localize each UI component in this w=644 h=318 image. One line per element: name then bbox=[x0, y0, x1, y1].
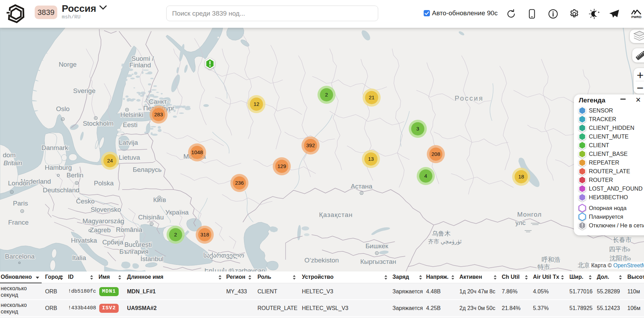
svg-text:Астана: Астана bbox=[351, 183, 373, 190]
svg-text:Berlin: Berlin bbox=[67, 171, 84, 179]
svg-text:Санкт-: Санкт- bbox=[149, 98, 169, 105]
svg-text:Hamburg: Hamburg bbox=[45, 164, 72, 171]
svg-text:Монгол: Монгол bbox=[517, 211, 542, 218]
svg-text:France: France bbox=[8, 219, 28, 226]
svg-text:Қазақстан: Қазақстан bbox=[319, 211, 353, 218]
svg-text:România: România bbox=[116, 226, 142, 233]
svg-text:Suomi /: Suomi / bbox=[132, 55, 154, 62]
svg-text:Россия: Россия bbox=[455, 94, 484, 102]
svg-text:Danmark: Danmark bbox=[41, 144, 68, 151]
svg-text:Azərbaycan: Azərbaycan bbox=[230, 267, 265, 271]
svg-text:四平市: 四平市 bbox=[609, 246, 628, 253]
svg-text:沈阳市: 沈阳市 bbox=[610, 255, 628, 262]
svg-text:齐市 ئۈرۈمچي: 齐市 ئۈرۈمچي bbox=[428, 238, 462, 245]
svg-text:Sverige: Sverige bbox=[73, 87, 95, 94]
svg-text:Finland: Finland bbox=[129, 61, 151, 69]
svg-text:București: București bbox=[124, 241, 152, 248]
svg-text:Norge: Norge bbox=[59, 61, 77, 68]
svg-text:Бишкек: Бишкек bbox=[365, 242, 388, 250]
svg-text:特市: 特市 bbox=[537, 263, 550, 270]
svg-text:Lietuva: Lietuva bbox=[119, 154, 140, 161]
svg-text:Երևան ®: Երևան ® bbox=[204, 268, 233, 271]
svg-text:Italia: Italia bbox=[72, 254, 86, 261]
svg-text:Україна: Україна bbox=[165, 209, 188, 216]
svg-text:Barcelona: Barcelona bbox=[5, 253, 35, 260]
svg-text:Oslo: Oslo bbox=[56, 105, 69, 112]
svg-text:Zagreb: Zagreb bbox=[90, 226, 111, 234]
svg-text:乌鲁木: 乌鲁木 bbox=[432, 230, 451, 237]
svg-text:Chișinău: Chișinău bbox=[138, 214, 164, 221]
svg-text:呼和浩: 呼和浩 bbox=[542, 256, 560, 263]
svg-text:улс: улс bbox=[515, 219, 526, 226]
svg-text:Eesti: Eesti bbox=[123, 121, 137, 128]
svg-text:Deutschland: Deutschland bbox=[43, 186, 79, 194]
svg-text:საქართველო: საქართველო bbox=[203, 252, 244, 259]
svg-text:Polska: Polska bbox=[94, 179, 113, 187]
svg-text:България: България bbox=[119, 248, 149, 255]
svg-text:Britain: Britain bbox=[3, 159, 22, 167]
svg-text:Slovensko: Slovensko bbox=[91, 206, 121, 213]
svg-text:Paris: Paris bbox=[13, 200, 28, 207]
svg-text:Stockholm: Stockholm bbox=[83, 120, 114, 127]
svg-text:Кыргызстан: Кыргызстан bbox=[360, 258, 396, 265]
svg-text:O‘zbekiston: O‘zbekiston bbox=[304, 257, 339, 264]
svg-text:Latvija: Latvija bbox=[119, 139, 138, 146]
svg-text:Česko: Česko bbox=[76, 198, 95, 205]
svg-text:Helsinki: Helsinki bbox=[120, 111, 144, 118]
svg-text:Magyarország: Magyarország bbox=[83, 217, 124, 225]
svg-text:Hrvatska: Hrvatska bbox=[71, 237, 97, 244]
svg-text:Србија: Србија bbox=[102, 238, 124, 246]
svg-text:dom: dom bbox=[3, 151, 16, 159]
svg-text:İstanbul: İstanbul bbox=[141, 255, 164, 262]
svg-text:London: London bbox=[8, 179, 30, 187]
svg-text:PWRD: PWRD bbox=[631, 15, 641, 19]
svg-text:Беларусь: Беларусь bbox=[133, 166, 161, 173]
svg-text:长春市: 长春市 bbox=[613, 236, 632, 243]
